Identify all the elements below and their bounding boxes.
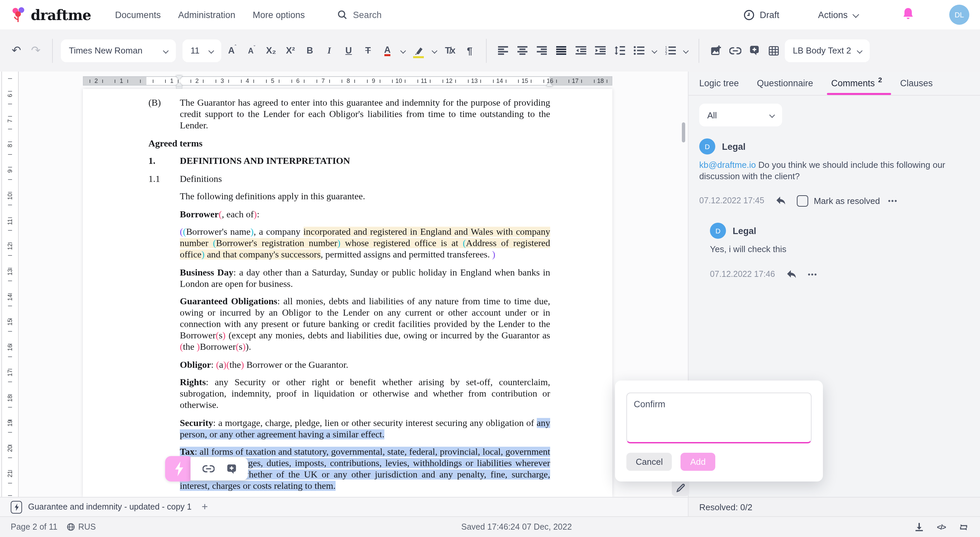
insert-link-button[interactable] xyxy=(727,42,743,59)
decrease-font-icon[interactable]: Aˇ xyxy=(243,42,260,59)
nav-more-options[interactable]: More options xyxy=(253,10,305,20)
font-color-button[interactable]: A xyxy=(379,42,396,59)
insert-comment-button[interactable] xyxy=(746,42,763,59)
add-button[interactable]: Add xyxy=(681,453,715,471)
strikethrough-button[interactable]: T xyxy=(360,42,376,59)
highlight-color-button[interactable] xyxy=(410,42,427,59)
paragraph[interactable]: The following definitions apply in this … xyxy=(83,191,612,202)
underline-button[interactable]: U xyxy=(340,42,357,59)
draftme-flower-icon xyxy=(11,6,27,24)
paragraph[interactable]: Borrower(, each of): xyxy=(83,208,612,220)
code-view-button[interactable]: </> xyxy=(935,518,947,535)
comment-textarea[interactable]: Confirm xyxy=(626,392,811,443)
avatar[interactable]: DL xyxy=(949,5,969,25)
justify-button[interactable] xyxy=(553,42,570,59)
subscript-button[interactable]: X₂ xyxy=(263,42,279,59)
right-indent-marker[interactable] xyxy=(546,82,553,86)
sync-button[interactable] xyxy=(957,518,969,535)
insert-image-button[interactable] xyxy=(707,42,724,59)
align-center-button[interactable] xyxy=(514,42,531,59)
nav-administration[interactable]: Administration xyxy=(178,10,235,20)
download-button[interactable] xyxy=(913,518,925,535)
show-formatting-marks-button[interactable]: ¶ xyxy=(461,42,478,59)
bullet-list-button[interactable] xyxy=(630,42,647,59)
redo-button[interactable]: ↷ xyxy=(27,42,44,59)
comments-filter-select[interactable]: All xyxy=(699,104,782,126)
increase-indent-button[interactable] xyxy=(592,42,608,59)
ai-assist-button[interactable] xyxy=(165,456,193,481)
reply-button[interactable] xyxy=(772,192,789,209)
paragraph[interactable]: 1.1Definitions xyxy=(83,173,612,184)
paragraph[interactable]: Rights: any Security or other right or b… xyxy=(83,376,612,411)
line-spacing-button[interactable] xyxy=(611,42,628,59)
actions-label: Actions xyxy=(818,10,848,20)
first-line-indent-marker[interactable] xyxy=(176,76,183,80)
document-tab-title[interactable]: Guarantee and indemnity - updated - copy… xyxy=(28,502,191,512)
increase-font-icon[interactable]: Aˆ xyxy=(224,42,241,59)
mention-link[interactable]: kb@draftme.io xyxy=(699,160,756,170)
search-label: Search xyxy=(353,10,382,20)
numbered-list-button[interactable]: 123 xyxy=(662,42,679,59)
decrease-indent-button[interactable] xyxy=(572,42,589,59)
paragraph[interactable]: Obligor: (a)(the) Borrower or the Guaran… xyxy=(83,359,612,370)
paragraph-number: 1.1 xyxy=(148,173,160,184)
document-page[interactable]: (B)The Guarantor has agreed to enter int… xyxy=(83,89,612,497)
resolve-checkbox[interactable] xyxy=(797,195,808,206)
superscript-button[interactable]: X² xyxy=(282,42,299,59)
comments-count-badge: 2 xyxy=(878,75,882,83)
resolved-counter: Resolved: 0/2 xyxy=(699,502,752,512)
paragraph[interactable]: Guaranteed Obligations: all monies, debt… xyxy=(83,296,612,352)
paragraph[interactable]: Security: a mortgage, charge, pledge, li… xyxy=(83,417,612,440)
comment-more-button[interactable]: ••• xyxy=(888,197,898,205)
paragraph[interactable]: (B)The Guarantor has agreed to enter int… xyxy=(83,97,612,131)
font-size-select[interactable]: 11 xyxy=(183,39,221,62)
numbered-list-dropdown[interactable] xyxy=(681,42,690,59)
bullet-list-dropdown[interactable] xyxy=(650,42,659,59)
document-scrollbar-thumb[interactable] xyxy=(682,123,685,142)
ruler-number: 15 xyxy=(0,315,23,331)
ruler-number: 19 xyxy=(0,415,23,431)
ruler-number: 8 xyxy=(0,138,23,154)
app-window: draftme Documents Administration More op… xyxy=(0,0,980,537)
tab-clauses[interactable]: Clauses xyxy=(900,72,933,95)
lightning-icon xyxy=(174,461,185,476)
notifications-button[interactable] xyxy=(902,6,915,23)
paragraph-style-select[interactable]: LB Body Text 2 xyxy=(785,39,870,62)
font-family-select[interactable]: Times New Roman xyxy=(61,39,176,62)
highlight-color-dropdown[interactable] xyxy=(430,42,439,59)
selection-link-button[interactable] xyxy=(200,460,216,478)
ruler-number xyxy=(134,77,159,86)
align-right-button[interactable] xyxy=(533,42,550,59)
language-selector[interactable]: RUS xyxy=(67,522,96,532)
paragraph[interactable]: ((Borrower's name), a company incorporat… xyxy=(83,226,612,260)
main-nav: Documents Administration More options xyxy=(115,10,305,20)
tab-logic-tree[interactable]: Logic tree xyxy=(699,72,739,95)
document-status[interactable]: Draft xyxy=(744,9,780,21)
cancel-button[interactable]: Cancel xyxy=(626,453,672,471)
comment-more-button[interactable]: ••• xyxy=(808,270,818,278)
paragraph[interactable]: 1.DEFINITIONS AND INTERPRETATION xyxy=(83,155,612,167)
pencil-icon xyxy=(676,483,685,492)
selection-add-comment-button[interactable] xyxy=(223,460,240,478)
italic-button[interactable]: I xyxy=(321,42,337,59)
reply-button[interactable] xyxy=(783,265,800,282)
new-tab-button[interactable]: + xyxy=(202,501,208,513)
paragraph[interactable]: Tax: all forms of taxation and statutory… xyxy=(83,446,612,492)
tab-questionnaire[interactable]: Questionnaire xyxy=(757,72,813,95)
ruler-number: 2 xyxy=(185,77,210,86)
clear-formatting-button[interactable]: T̸x xyxy=(442,42,458,59)
left-indent-marker[interactable] xyxy=(176,82,183,86)
actions-menu[interactable]: Actions xyxy=(818,10,858,20)
tab-comments[interactable]: Comments 2 xyxy=(831,72,882,95)
search-control[interactable]: Search xyxy=(337,10,382,20)
insert-table-button[interactable] xyxy=(765,42,782,59)
paragraph[interactable]: Agreed terms xyxy=(83,137,612,149)
nav-documents[interactable]: Documents xyxy=(115,10,161,20)
brand-logo[interactable]: draftme xyxy=(11,6,91,24)
document-area: 6789101112131415161718192021 21123456789… xyxy=(0,72,688,497)
undo-button[interactable]: ↶ xyxy=(8,42,25,59)
paragraph[interactable]: Business Day: a day other than a Saturda… xyxy=(83,266,612,289)
font-color-dropdown[interactable] xyxy=(398,42,408,59)
bold-button[interactable]: B xyxy=(301,42,318,59)
align-left-button[interactable] xyxy=(495,42,511,59)
